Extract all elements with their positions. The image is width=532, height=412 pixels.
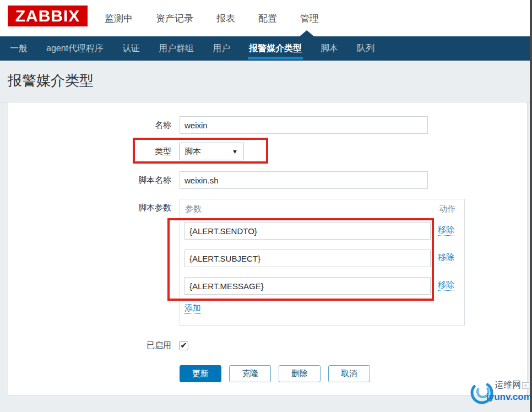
watermark-site-url[interactable]: iyunv.com — [486, 392, 532, 403]
update-button[interactable]: 更新 — [180, 365, 221, 382]
remove-param-link-1[interactable]: 移除 — [438, 225, 454, 236]
type-select[interactable]: 脚本 ▼ — [180, 143, 243, 160]
active-nav-pointer-icon — [300, 30, 314, 36]
subnav-item-general[interactable]: 一般 — [10, 36, 28, 61]
add-param-link[interactable]: 添加 — [184, 303, 201, 314]
broken-image-icon: × — [522, 382, 529, 389]
script-name-input[interactable] — [180, 171, 428, 189]
script-params-label: 脚本参数 — [8, 199, 171, 216]
param-input-subject[interactable] — [184, 250, 431, 267]
script-params-table: 参数 动作 移除 移除 移除 添加 — [180, 199, 465, 326]
checkbox-check-icon: ✔ — [180, 341, 187, 349]
subnav-item-media-types[interactable]: 报警媒介类型 — [249, 36, 302, 61]
nav-item-reports[interactable]: 报表 — [216, 12, 235, 25]
type-select-value: 脚本 — [184, 147, 201, 157]
remove-param-link-3[interactable]: 移除 — [438, 280, 454, 291]
page-title: 报警媒介类型 — [8, 71, 94, 90]
zabbix-page: ZABBIX 监测中 资产记录 报表 配置 管理 一般 agent代理程序 认证… — [0, 0, 532, 412]
type-label: 类型 — [8, 143, 171, 160]
nav-item-administration[interactable]: 管理 — [300, 12, 319, 25]
chevron-down-icon: ▼ — [232, 148, 238, 155]
subnav-item-auth[interactable]: 认证 — [122, 36, 140, 61]
nav-item-inventory[interactable]: 资产记录 — [156, 12, 193, 25]
nav-item-configuration[interactable]: 配置 — [258, 12, 277, 25]
nav-item-monitoring[interactable]: 监测中 — [105, 12, 133, 25]
admin-sub-nav: 一般 agent代理程序 认证 用户群组 用户 报警媒介类型 脚本 队列 — [0, 36, 532, 61]
cancel-button[interactable]: 取消 — [328, 365, 370, 382]
params-header-action: 动作 — [439, 204, 455, 214]
clone-button[interactable]: 克隆 — [229, 365, 271, 382]
title-bar: 报警媒介类型 — [0, 61, 532, 102]
main-nav: 监测中 资产记录 报表 配置 管理 — [105, 0, 319, 36]
params-header-parameter: 参数 — [185, 204, 202, 214]
zabbix-logo[interactable]: ZABBIX — [8, 6, 88, 26]
subnav-item-queue[interactable]: 队列 — [357, 36, 374, 61]
enabled-checkbox[interactable]: ✔ — [179, 341, 188, 350]
subnav-item-proxies[interactable]: agent代理程序 — [46, 36, 104, 61]
subnav-item-users[interactable]: 用户 — [213, 36, 230, 61]
window-edge — [530, 0, 532, 412]
name-input[interactable] — [180, 116, 428, 134]
param-input-sendto[interactable] — [184, 222, 431, 240]
page-area: 报警媒介类型 名称 类型 脚本 ▼ 脚本名称 脚本参数 参数 动作 移除 — [0, 61, 532, 412]
iyunv-watermark: 运维网 iyunv.com — [469, 377, 531, 409]
enabled-label: 已启用 — [8, 337, 171, 354]
script-name-label: 脚本名称 — [8, 171, 171, 189]
remove-param-link-2[interactable]: 移除 — [438, 252, 454, 263]
param-input-message[interactable] — [184, 277, 431, 295]
subnav-item-scripts[interactable]: 脚本 — [321, 36, 338, 61]
delete-button[interactable]: 删除 — [279, 365, 321, 382]
watermark-site-name: 运维网 — [495, 380, 521, 391]
name-label: 名称 — [8, 116, 171, 134]
subnav-item-user-groups[interactable]: 用户群组 — [159, 36, 194, 61]
media-type-form: 名称 类型 脚本 ▼ 脚本名称 脚本参数 参数 动作 移除 移除 移除 — [8, 102, 528, 395]
top-header: ZABBIX 监测中 资产记录 报表 配置 管理 — [0, 0, 532, 36]
